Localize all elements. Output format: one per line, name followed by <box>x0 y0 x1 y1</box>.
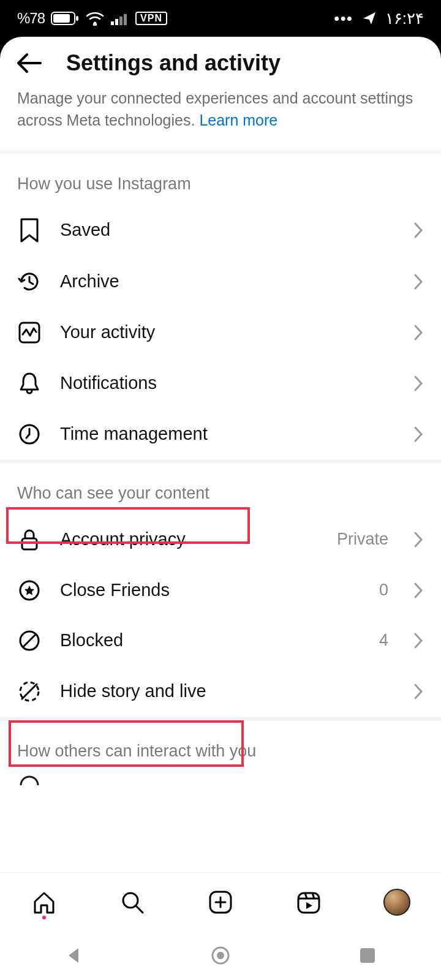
row-value: 0 <box>379 581 388 600</box>
svg-line-13 <box>23 634 36 647</box>
search-icon <box>119 889 145 915</box>
row-label: Hide story and live <box>60 681 394 701</box>
row-activity[interactable]: Your activity <box>0 307 441 358</box>
svg-line-15 <box>22 684 37 699</box>
row-saved[interactable]: Saved <box>0 205 441 256</box>
row-notifications[interactable]: Notifications <box>0 358 441 409</box>
sys-back[interactable] <box>55 937 92 974</box>
svg-rect-6 <box>119 17 123 25</box>
activity-icon <box>18 321 41 344</box>
row-blocked[interactable]: Blocked 4 <box>0 616 441 666</box>
svg-rect-2 <box>76 16 78 21</box>
lock-icon <box>20 527 39 552</box>
circle-icon <box>18 774 41 797</box>
svg-rect-5 <box>115 19 118 25</box>
sys-home[interactable] <box>202 937 239 974</box>
star-circle-icon <box>18 579 41 602</box>
system-nav <box>0 931 441 980</box>
row-label: Notifications <box>60 373 394 393</box>
section-header-visibility: Who can see your content <box>0 463 441 514</box>
reels-icon <box>296 889 322 915</box>
clock-icon <box>18 423 41 446</box>
battery-icon <box>51 12 79 25</box>
hide-story-icon <box>17 679 42 704</box>
row-label: Account privacy <box>60 529 318 549</box>
bookmark-icon <box>19 218 40 243</box>
row-archive[interactable]: Archive <box>0 256 441 307</box>
home-icon <box>31 889 57 915</box>
status-clock: ۱۶:۲۴ <box>385 9 424 28</box>
row-hide-story[interactable]: Hide story and live <box>0 666 441 717</box>
more-icon: ••• <box>334 10 353 27</box>
row-label: Blocked <box>60 630 361 650</box>
page-title: Settings and activity <box>66 50 281 76</box>
square-recents-icon <box>359 947 376 964</box>
section-header-usage: How you use Instagram <box>0 154 441 205</box>
sys-recents[interactable] <box>349 937 386 974</box>
vpn-badge: VPN <box>135 12 167 25</box>
svg-rect-1 <box>53 14 70 23</box>
row-account-privacy[interactable]: Account privacy Private <box>0 514 441 565</box>
nav-search[interactable] <box>114 884 151 921</box>
svg-rect-21 <box>298 893 319 913</box>
send-icon <box>362 11 377 26</box>
nav-reels[interactable] <box>290 884 327 921</box>
signal-icon <box>111 12 129 25</box>
svg-rect-4 <box>111 21 114 25</box>
circle-home-icon <box>210 945 231 966</box>
svg-point-3 <box>94 22 97 25</box>
nav-home[interactable] <box>26 884 62 921</box>
chevron-right-icon <box>413 221 424 239</box>
chevron-right-icon <box>413 425 424 443</box>
chevron-right-icon <box>413 581 424 600</box>
row-label: Your activity <box>60 322 394 342</box>
chevron-right-icon <box>413 374 424 393</box>
history-icon <box>17 270 42 294</box>
svg-rect-7 <box>124 14 127 25</box>
row-cutoff[interactable] <box>0 772 441 799</box>
nav-profile[interactable] <box>379 884 415 921</box>
intro-text: Manage your connected experiences and ac… <box>0 87 441 150</box>
row-close-friends[interactable]: Close Friends 0 <box>0 565 441 616</box>
chevron-right-icon <box>413 323 424 342</box>
row-value: Private <box>337 530 388 549</box>
row-time-management[interactable]: Time management <box>0 409 441 459</box>
chevron-right-icon <box>413 631 424 650</box>
wifi-icon <box>85 11 105 26</box>
section-header-interact: How others can interact with you <box>0 721 441 772</box>
bell-icon <box>18 371 40 396</box>
block-icon <box>18 629 41 652</box>
row-label: Close Friends <box>60 580 361 600</box>
app-bottom-nav <box>0 872 441 931</box>
svg-rect-27 <box>360 948 375 963</box>
triangle-back-icon <box>64 946 83 965</box>
chevron-right-icon <box>413 682 424 701</box>
row-value: 4 <box>379 631 388 650</box>
svg-line-17 <box>136 906 143 913</box>
page-header: Settings and activity <box>0 37 441 87</box>
chevron-right-icon <box>413 273 424 291</box>
row-label: Archive <box>60 271 394 292</box>
row-label: Time management <box>60 424 394 444</box>
plus-square-icon <box>208 889 233 915</box>
battery-percentage: %78 <box>17 10 45 27</box>
svg-point-26 <box>217 952 224 959</box>
learn-more-link[interactable]: Learn more <box>199 111 277 129</box>
avatar <box>383 889 410 916</box>
svg-rect-10 <box>22 538 37 549</box>
row-label: Saved <box>60 220 394 240</box>
status-bar: %78 VPN ••• ۱۶:۲۴ <box>0 0 441 37</box>
chevron-right-icon <box>413 530 424 549</box>
nav-indicator-dot <box>42 916 46 919</box>
back-icon[interactable] <box>15 52 42 74</box>
nav-create[interactable] <box>202 884 239 921</box>
